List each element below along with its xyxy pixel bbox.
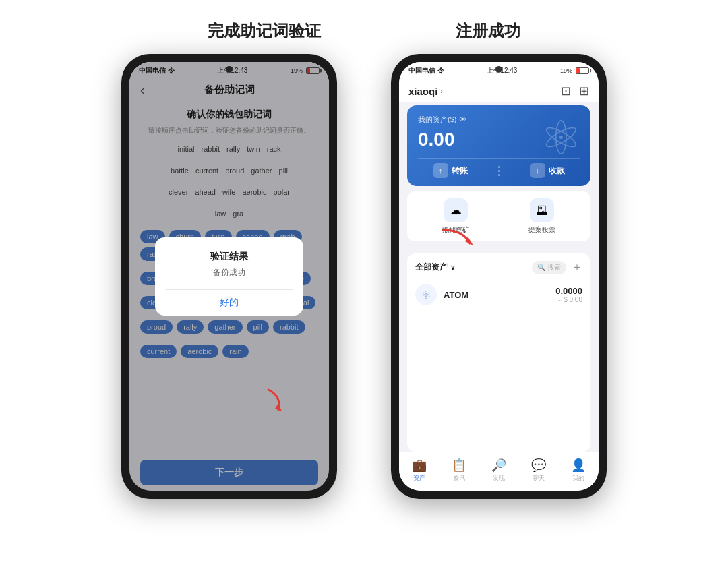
atom-coin-icon: ⚛ xyxy=(415,284,437,305)
nav-news[interactable]: 📋 资讯 xyxy=(452,458,466,483)
assets-controls: 🔍 搜索 ＋ xyxy=(532,260,582,274)
discover-nav-icon: 🔎 xyxy=(491,458,506,473)
time-right: 上午12:43 xyxy=(487,66,517,76)
assets-nav-label: 资产 xyxy=(413,474,425,483)
add-asset-button[interactable]: ＋ xyxy=(572,260,582,274)
dashboard-header: xiaoqi › ⊡ ⊞ xyxy=(399,78,599,102)
modal-box: 验证结果 备份成功 好的 xyxy=(155,237,303,316)
vote-icon: 🗳 xyxy=(530,198,554,222)
search-label: 搜索 xyxy=(547,263,561,272)
assets-section: 全部资产 ∨ 🔍 搜索 ＋ xyxy=(407,253,590,452)
title-left: 完成助记词验证 xyxy=(208,20,321,42)
screen2: ⚛ 我的资产($) 👁 0.00 ↑ 转账 xyxy=(399,102,599,452)
discover-nav-label: 发现 xyxy=(493,474,505,483)
profile-nav-label: 我的 xyxy=(572,474,584,483)
search-box[interactable]: 🔍 搜索 xyxy=(532,261,566,274)
asset-label: 我的资产($) 👁 xyxy=(418,115,580,125)
atom-value: 0.0000 ≈ $ 0.00 xyxy=(555,286,582,303)
bottom-nav: 💼 资产 📋 资讯 🔎 发现 💬 聊天 xyxy=(399,452,599,491)
asset-card: ⚛ 我的资产($) 👁 0.00 ↑ 转账 xyxy=(407,105,590,186)
phone-right: 中国电信 令 上午12:43 19% xiaoqi › ⊡ ⊞ xyxy=(391,54,607,499)
atom-amount: 0.0000 xyxy=(555,286,582,296)
transfer-icon: ↑ xyxy=(433,163,448,178)
chat-nav-label: 聊天 xyxy=(533,474,545,483)
title-right: 注册成功 xyxy=(456,20,520,42)
search-icon: 🔍 xyxy=(537,264,545,271)
profile-nav-icon: 👤 xyxy=(571,458,586,473)
atom-name: ATOM xyxy=(444,290,549,300)
nav-chat[interactable]: 💬 聊天 xyxy=(531,458,546,483)
atom-usd: ≈ $ 0.00 xyxy=(555,296,582,303)
modal-ok-button[interactable]: 好的 xyxy=(166,290,293,316)
news-nav-icon: 📋 xyxy=(452,458,466,473)
modal-desc: 备份成功 xyxy=(213,267,245,278)
header-icons: ⊡ ⊞ xyxy=(561,84,589,98)
nav-discover[interactable]: 🔎 发现 xyxy=(491,458,506,483)
battery-icon-right xyxy=(576,67,589,74)
assets-nav-icon: 💼 xyxy=(412,458,427,473)
user-name[interactable]: xiaoqi › xyxy=(408,86,443,97)
nav-profile[interactable]: 👤 我的 xyxy=(571,458,586,483)
assets-title: 全部资产 ∨ xyxy=(415,262,455,273)
red-arrow-right xyxy=(439,227,480,247)
pledge-icon: ☁ xyxy=(444,198,468,222)
asset-row-atom: ⚛ ATOM 0.0000 ≈ $ 0.00 xyxy=(415,280,582,309)
phone-left: 中国电信 令 上午12:43 19% ‹ 备份助记词 确认你的钱包助记词 请按顺… xyxy=(121,54,337,499)
scan-icon[interactable]: ⊡ xyxy=(561,84,571,98)
separator xyxy=(498,166,500,176)
battery-right: 19% xyxy=(560,67,589,74)
layout-icon[interactable]: ⊞ xyxy=(579,84,589,98)
modal-overlay: 验证结果 备份成功 好的 xyxy=(129,62,329,491)
modal-title: 验证结果 xyxy=(210,251,248,263)
chat-nav-icon: 💬 xyxy=(531,458,546,473)
user-chevron-icon: › xyxy=(440,87,443,95)
assets-header: 全部资产 ∨ 🔍 搜索 ＋ xyxy=(415,260,582,274)
carrier-right: 中国电信 令 xyxy=(408,66,444,76)
red-arrow-left xyxy=(262,383,295,417)
nav-assets[interactable]: 💼 资产 xyxy=(412,458,427,483)
camera-right xyxy=(495,66,502,73)
assets-chevron-icon: ∨ xyxy=(450,264,455,271)
news-nav-label: 资讯 xyxy=(453,474,465,483)
transfer-button[interactable]: ↑ 转账 xyxy=(433,163,468,178)
